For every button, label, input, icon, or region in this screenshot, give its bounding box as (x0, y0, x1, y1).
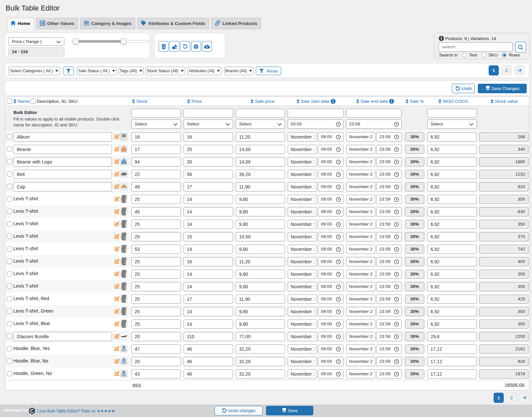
svg-text:WOO: WOO (122, 135, 126, 137)
